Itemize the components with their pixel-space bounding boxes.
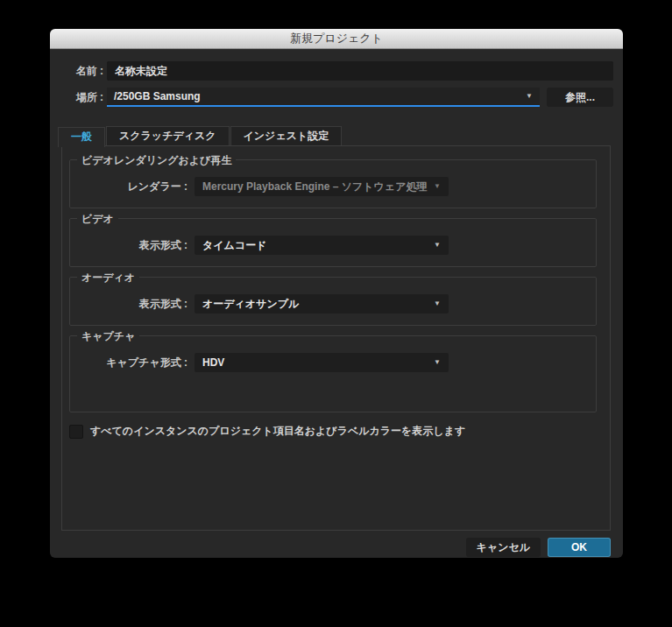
chevron-down-icon: ▼ (434, 300, 441, 307)
new-project-dialog: 新規プロジェクト 名前 : 場所 : /250GB Samsung ▼ 参照..… (50, 29, 623, 558)
audio-display-format-value: オーディオサンプル (202, 297, 434, 312)
section-video: ビデオ 表示形式 : タイムコード ▼ (69, 218, 597, 267)
tab-scratch-disks[interactable]: スクラッチディスク (106, 126, 230, 145)
chevron-down-icon: ▼ (434, 242, 441, 249)
cancel-button[interactable]: キャンセル (466, 538, 541, 557)
section-capture-title: キャプチャ (77, 329, 139, 344)
tab-general[interactable]: 一般 (58, 127, 105, 147)
location-value: /250GB Samsung (114, 90, 526, 102)
project-name-input[interactable] (107, 61, 613, 81)
video-display-format-row: 表示形式 : タイムコード ▼ (70, 236, 596, 255)
display-names-checkbox[interactable] (69, 425, 83, 439)
chevron-down-icon: ▼ (526, 93, 533, 100)
dialog-footer: キャンセル OK (466, 538, 611, 557)
section-capture: キャプチャ キャプチャ形式 : HDV ▼ (69, 335, 597, 412)
capture-format-label: キャプチャ形式 : (70, 356, 187, 370)
video-display-format-value: タイムコード (202, 238, 434, 253)
audio-display-format-row: 表示形式 : オーディオサンプル ▼ (70, 294, 596, 314)
location-label: 場所 : (57, 90, 103, 105)
tab-bar: 一般 スクラッチディスク インジェスト設定 (58, 126, 623, 146)
location-row: 場所 : /250GB Samsung ▼ 参照... (57, 88, 613, 107)
section-video-rendering: ビデオレンダリングおよび再生 レンダラー : Mercury Playback … (69, 159, 597, 208)
capture-format-row: キャプチャ形式 : HDV ▼ (70, 353, 596, 372)
renderer-row: レンダラー : Mercury Playback Engine – ソフトウェア… (70, 177, 596, 196)
audio-display-format-dropdown[interactable]: オーディオサンプル ▼ (195, 294, 449, 314)
renderer-value: Mercury Playback Engine – ソフトウェア処理 (202, 180, 434, 194)
display-names-option-row: すべてのインスタンスのプロジェクト項目名およびラベルカラーを表示します (69, 424, 597, 439)
tab-ingest-settings[interactable]: インジェスト設定 (230, 126, 343, 145)
dialog-title: 新規プロジェクト (290, 31, 383, 46)
name-label: 名前 : (57, 64, 103, 79)
renderer-dropdown[interactable]: Mercury Playback Engine – ソフトウェア処理 ▼ (195, 177, 449, 196)
video-display-format-label: 表示形式 : (70, 238, 187, 253)
section-audio-title: オーディオ (77, 271, 139, 285)
browse-button[interactable]: 参照... (547, 88, 613, 107)
chevron-down-icon: ▼ (434, 359, 441, 366)
display-names-checkbox-label: すべてのインスタンスのプロジェクト項目名およびラベルカラーを表示します (90, 424, 465, 439)
section-video-rendering-title: ビデオレンダリングおよび再生 (77, 153, 236, 168)
renderer-label: レンダラー : (70, 180, 187, 194)
chevron-down-icon: ▼ (434, 183, 441, 190)
capture-format-value: HDV (202, 356, 434, 369)
dialog-titlebar[interactable]: 新規プロジェクト (50, 29, 623, 49)
video-display-format-dropdown[interactable]: タイムコード ▼ (195, 236, 449, 255)
audio-display-format-label: 表示形式 : (70, 297, 187, 312)
general-tab-panel: ビデオレンダリングおよび再生 レンダラー : Mercury Playback … (61, 145, 611, 531)
ok-button[interactable]: OK (548, 538, 611, 557)
section-video-title: ビデオ (77, 212, 118, 227)
location-dropdown[interactable]: /250GB Samsung ▼ (107, 88, 540, 107)
capture-format-dropdown[interactable]: HDV ▼ (195, 353, 449, 372)
section-audio: オーディオ 表示形式 : オーディオサンプル ▼ (69, 277, 597, 326)
dialog-body: 名前 : 場所 : /250GB Samsung ▼ 参照... 一般 スクラッ… (50, 49, 623, 558)
name-row: 名前 : (57, 61, 613, 81)
